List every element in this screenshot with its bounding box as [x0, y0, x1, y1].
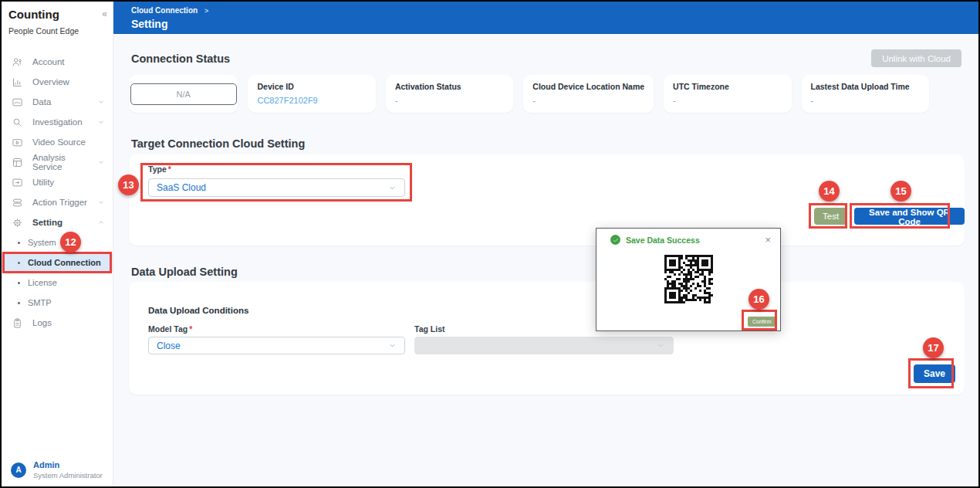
model-tag-select-value: Close — [157, 341, 181, 351]
save-button[interactable]: Save — [914, 364, 955, 383]
sidebar-item-label: Data — [32, 97, 51, 107]
status-card-label: Device ID — [257, 82, 366, 91]
sidebar-item-label: SMTP — [28, 298, 52, 307]
gear-icon — [12, 217, 23, 229]
sidebar-item-label: Cloud Connection — [28, 258, 101, 267]
status-card-label: UTC Timezone — [673, 82, 782, 91]
model-tag-select[interactable]: Close — [148, 337, 405, 354]
sidebar-item-investigation[interactable]: Investigation — [2, 112, 113, 132]
status-card-value: - — [532, 96, 644, 105]
sidebar-item-label: Video Source — [32, 137, 86, 147]
bullet-icon — [18, 242, 20, 244]
sidebar-menu: Account Overview Data — [2, 52, 113, 333]
sidebar-item-analysis-service[interactable]: Analysis Service — [2, 152, 113, 172]
chevron-down-icon — [97, 198, 105, 206]
sidebar-item-action-trigger[interactable]: Action Trigger — [2, 192, 113, 212]
sidebar-item-logs[interactable]: Logs — [2, 313, 113, 333]
breadcrumb-item[interactable]: Cloud Connection — [131, 6, 198, 15]
close-icon[interactable]: × — [763, 235, 772, 245]
clipboard-icon — [12, 317, 23, 329]
sidebar-item-cloud-connection[interactable]: Cloud Connection 12 — [2, 252, 113, 273]
required-mark: * — [168, 164, 171, 174]
bar-chart-icon — [12, 76, 23, 88]
annotation-step-17: 17 — [923, 337, 944, 358]
sidebar-item-smtp[interactable]: SMTP — [2, 293, 113, 313]
annotation-step-16: 16 — [749, 289, 769, 310]
sidebar-item-label: Account — [32, 57, 65, 66]
connection-status-cards: N/A Device ID CC827F2102F9 Activation St… — [129, 75, 929, 113]
bullet-icon — [18, 282, 20, 284]
sidebar-item-label: Action Trigger — [32, 198, 87, 207]
status-card-activation-status: Activation Status - — [386, 75, 513, 113]
sidebar: Counting « People Count Edge Account Ove… — [2, 2, 113, 486]
chevron-down-icon — [97, 98, 105, 106]
unlink-with-cloud-button[interactable]: Unlink with Cloud — [871, 49, 961, 67]
sidebar-item-setting[interactable]: Setting — [2, 212, 113, 232]
data-upload-conditions-label: Data Upload Conditions — [148, 306, 248, 315]
bullet-icon — [18, 302, 20, 304]
layers-icon — [12, 197, 23, 208]
app-window: Counting « People Count Edge Account Ove… — [0, 0, 980, 488]
sidebar-item-label: Setting — [32, 218, 63, 227]
avatar: A — [11, 463, 26, 478]
section-heading-data-upload: Data Upload Setting — [131, 266, 238, 278]
sidebar-item-license[interactable]: License — [2, 273, 113, 293]
save-and-show-qr-button[interactable]: Save and Show QR Code — [854, 208, 965, 225]
status-card-value: CC827F2102F9 — [257, 96, 366, 105]
video-icon — [12, 137, 23, 148]
search-icon — [12, 117, 23, 128]
confirm-button[interactable]: Confirm — [748, 317, 776, 327]
breadcrumb: Cloud Connection > — [131, 6, 978, 15]
test-button[interactable]: Test — [814, 208, 847, 225]
success-check-icon — [610, 235, 620, 245]
annotation-step-15: 15 — [890, 181, 911, 202]
status-card-value: - — [811, 96, 920, 105]
breadcrumb-separator-icon: > — [204, 7, 208, 15]
chevron-up-icon — [97, 219, 105, 226]
sidebar-item-data[interactable]: Data — [2, 92, 113, 112]
user-name: Admin — [33, 460, 103, 469]
type-select[interactable]: SaaS Cloud — [148, 178, 405, 197]
status-indicator-card: N/A — [129, 75, 238, 113]
status-card-value: - — [395, 96, 504, 105]
tag-list-label: Tag List — [414, 324, 444, 334]
type-field-label: Type* — [148, 164, 171, 174]
status-card-latest-upload-time: Lastest Data Upload Time - — [802, 75, 929, 113]
tag-list-select — [414, 337, 674, 354]
sidebar-item-label: Analysis Service — [32, 153, 88, 171]
status-card-cloud-device-location: Cloud Device Location Name - — [523, 75, 654, 113]
status-card-label: Cloud Device Location Name — [532, 82, 644, 91]
sidebar-item-system[interactable]: System — [2, 232, 113, 252]
status-card-utc-timezone: UTC Timezone - — [664, 75, 791, 113]
section-heading-target-connection: Target Connection Cloud Setting — [131, 137, 305, 150]
required-mark: * — [189, 324, 192, 334]
sidebar-collapse-icon[interactable]: « — [102, 8, 107, 19]
section-heading-connection-status: Connection Status — [131, 53, 230, 65]
dialog-title: Save Data Success — [626, 236, 700, 245]
table-document-icon — [12, 157, 23, 168]
status-card-label: Activation Status — [395, 82, 504, 91]
sidebar-item-label: Investigation — [32, 117, 83, 127]
bullet-icon — [18, 262, 20, 264]
model-tag-label: Model Tag* — [148, 324, 192, 334]
sidebar-item-label: Overview — [32, 77, 69, 86]
user-profile[interactable]: A Admin System Administrator — [11, 460, 103, 480]
status-card-value: - — [673, 96, 782, 105]
target-connection-card: Type* SaaS Cloud 13 Test 14 Save and Sho… — [129, 154, 965, 246]
sidebar-item-label: System — [28, 238, 56, 247]
app-title: Counting — [8, 8, 105, 21]
save-success-dialog: Save Data Success × Confirm 16 — [596, 228, 781, 331]
sidebar-item-label: License — [28, 278, 57, 287]
main-content: Connection Status Unlink with Cloud N/A … — [113, 34, 978, 486]
sidebar-item-video-source[interactable]: Video Source — [2, 132, 113, 152]
sidebar-item-utility[interactable]: Utility — [2, 172, 113, 192]
image-icon — [12, 97, 23, 108]
chevron-down-icon — [388, 341, 397, 350]
sidebar-item-overview[interactable]: Overview — [2, 72, 113, 92]
sidebar-item-label: Logs — [32, 318, 52, 327]
sidebar-item-account[interactable]: Account — [2, 52, 113, 72]
chevron-down-icon — [97, 118, 105, 126]
app-subtitle: People Count Edge — [8, 26, 105, 36]
utility-box-icon — [12, 177, 23, 188]
account-icon — [12, 56, 23, 68]
